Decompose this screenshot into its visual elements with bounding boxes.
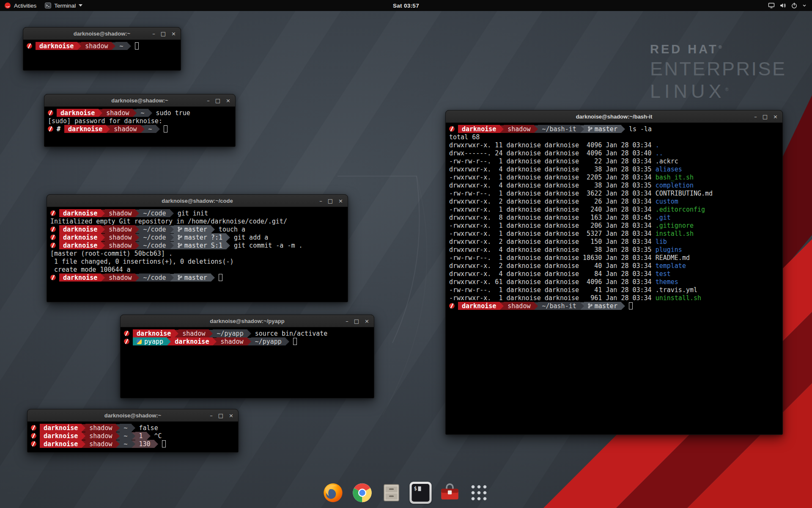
prompt-segment-user: darknoise: [458, 125, 500, 133]
chrome-icon: [351, 482, 373, 504]
powerline-separator-icon: [170, 274, 174, 282]
window-minimize-button[interactable]: –: [207, 98, 210, 103]
redhat-prompt-icon: [31, 441, 36, 447]
window-minimize-button[interactable]: –: [210, 413, 213, 418]
window-minimize-button[interactable]: –: [754, 114, 757, 119]
dock-files[interactable]: [380, 481, 403, 505]
window-maximize-button[interactable]: □: [215, 98, 220, 103]
window-close-button[interactable]: ×: [229, 413, 233, 418]
powerline-separator-icon: [500, 302, 504, 310]
terminal-body[interactable]: darknoiseshadow~/pyapp source bin/activa…: [121, 327, 374, 345]
window-titlebar[interactable]: darknoise@shadow:~–□×: [23, 28, 181, 40]
output-line: create mode 100644 a: [50, 265, 344, 273]
output-text: -rwxrwxr-x. 1 darknoise darknoise 961 Ja…: [449, 294, 656, 302]
output-line: drwx------. 24 darknoise darknoise 4096 …: [449, 149, 779, 157]
prompt-command: ls -la: [625, 125, 652, 133]
powerline-separator-icon: [170, 234, 174, 241]
dock-chrome[interactable]: [351, 481, 374, 505]
terminal-cursor: [135, 42, 139, 50]
powerline-separator-icon: [101, 242, 105, 249]
prompt-segment-host: shadow: [85, 432, 116, 440]
clock[interactable]: Sat 03:57: [393, 3, 419, 9]
window-maximize-button[interactable]: □: [218, 413, 223, 418]
redhat-prompt-icon: [31, 433, 36, 439]
window-close-button[interactable]: ×: [773, 114, 778, 119]
output-line: Initialized empty Git repository in /hom…: [50, 217, 344, 225]
window-maximize-button[interactable]: □: [161, 31, 166, 36]
prompt-segment-host: shadow: [105, 209, 135, 217]
prompt-segment-host: shadow: [105, 241, 135, 249]
prompt-line: darknoiseshadow~/codemaster ?:1 git add …: [50, 233, 344, 241]
output-text: -rw-rw-r--. 1 darknoise darknoise 3622 J…: [449, 190, 713, 197]
dock-app-grid[interactable]: [467, 481, 491, 505]
dock-toolbox[interactable]: [438, 481, 462, 505]
window-minimize-button[interactable]: –: [346, 318, 348, 324]
window-close-button[interactable]: ×: [171, 31, 176, 36]
window-minimize-button[interactable]: –: [152, 31, 155, 36]
output-text: -rw-rw-r--. 1 darknoise darknoise 18630 …: [449, 254, 690, 262]
redhat-prompt-icon: [449, 303, 455, 309]
output-line: -rw-rw-r--. 1 darknoise darknoise 41 Jan…: [449, 286, 779, 294]
powerline-separator-icon: [170, 226, 174, 233]
output-line: drwxrwxr-x. 11 darknoise darknoise 4096 …: [449, 141, 779, 149]
powerline-separator-icon: [211, 226, 215, 233]
output-line: [sudo] password for darknoise:: [48, 117, 232, 125]
app-menu-terminal[interactable]: Terminal: [41, 0, 87, 11]
terminal-window: darknoise@shadow:~–□×darknoiseshadow~: [23, 27, 181, 71]
output-line: drwxrwxr-x. 2 darknoise darknoise 40 Jan…: [449, 262, 779, 270]
output-text: test: [656, 270, 671, 278]
terminal-body[interactable]: darknoiseshadow~/bash-itmaster ls -latot…: [446, 123, 782, 310]
output-text: .git: [656, 214, 671, 221]
output-text: drwxrwxr-x. 4 darknoise darknoise 38 Jan…: [449, 182, 656, 189]
output-line: drwxrwxr-x. 4 darknoise darknoise 38 Jan…: [449, 165, 779, 173]
terminal-window: darknoise@shadow:~–□×darknoiseshadow~ su…: [44, 94, 236, 147]
powerline-separator-icon: [621, 125, 625, 133]
activities-button[interactable]: Activities: [0, 0, 41, 11]
output-text: -rw-rw-r--. 1 darknoise darknoise 22 Jan…: [449, 157, 678, 165]
powerline-separator-icon: [132, 440, 135, 448]
dock-firefox[interactable]: [321, 481, 345, 505]
git-branch-icon: [178, 226, 182, 232]
window-controls: –□×: [346, 315, 369, 327]
system-menu[interactable]: [768, 0, 812, 11]
powerline-separator-icon: [132, 432, 135, 440]
window-titlebar[interactable]: darknoise@shadow:~/pyapp–□×: [121, 315, 374, 327]
output-line: -rwxrwxr-x. 1 darknoise darknoise 5327 J…: [449, 229, 779, 237]
terminal-body[interactable]: darknoiseshadow~ falsedarknoiseshadow~1 …: [27, 422, 238, 448]
window-titlebar[interactable]: darknoise@shadow:~/bash-it–□×: [446, 110, 782, 123]
window-close-button[interactable]: ×: [338, 198, 343, 204]
powerline-separator-icon: [135, 226, 139, 233]
window-titlebar[interactable]: darknoise@shadow:~–□×: [27, 409, 238, 422]
window-titlebar[interactable]: darknoise@shadow:~–□×: [44, 94, 235, 107]
terminal-body[interactable]: darknoiseshadow~/code git initInitialize…: [47, 207, 348, 282]
prompt-segment-git: master ?:1: [174, 233, 226, 241]
window-maximize-button[interactable]: □: [763, 114, 768, 119]
terminal-icon-glyph: $: [414, 486, 417, 491]
terminal-body[interactable]: darknoiseshadow~: [23, 40, 181, 50]
dock-terminal[interactable]: $: [409, 481, 433, 505]
terminal-body[interactable]: darknoiseshadow~ sudo true[sudo] passwor…: [44, 107, 235, 133]
window-close-button[interactable]: ×: [226, 98, 230, 103]
prompt-segment-host: shadow: [102, 109, 133, 117]
powerline-separator-icon: [82, 424, 85, 432]
window-minimize-button[interactable]: –: [319, 198, 322, 204]
prompt-segment-git: master: [174, 273, 211, 282]
output-line: -rw-rw-r--. 1 darknoise darknoise 3622 J…: [449, 189, 779, 197]
powerline-separator-icon: [209, 330, 213, 337]
window-titlebar[interactable]: darknoise@shadow:~/code–□×: [47, 195, 348, 207]
window-close-button[interactable]: ×: [365, 318, 369, 324]
output-text: drwxrwxr-x. 4 darknoise darknoise 38 Jan…: [449, 246, 656, 254]
output-text: [sudo] password for darknoise:: [48, 117, 162, 125]
prompt-segment-host: shadow: [85, 440, 116, 448]
window-title: darknoise@shadow:~/code: [162, 198, 233, 204]
output-line: -rwxrwxr-x. 1 darknoise darknoise 206 Ja…: [449, 221, 779, 229]
prompt-line: # darknoiseshadow~: [48, 125, 232, 133]
terminal-window: darknoise@shadow:~/bash-it–□×darknoisesh…: [445, 110, 783, 435]
window-maximize-button[interactable]: □: [328, 198, 333, 204]
top-bar: Activities Terminal Sat 03:57: [0, 0, 812, 11]
firefox-icon: [322, 482, 344, 504]
window-controls: –□×: [210, 409, 233, 421]
display-icon: [768, 2, 775, 9]
window-maximize-button[interactable]: □: [354, 318, 359, 324]
redhat-prompt-icon: [48, 110, 53, 116]
